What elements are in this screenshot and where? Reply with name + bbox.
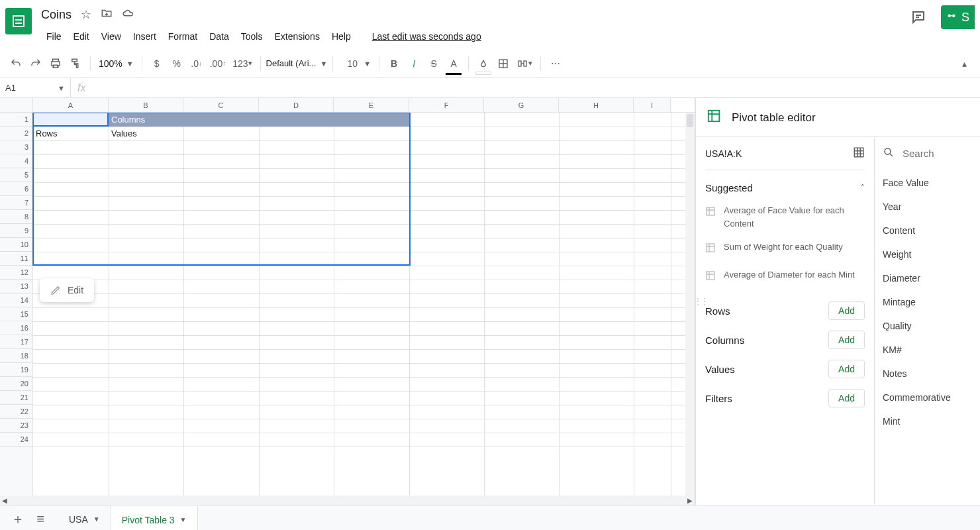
field-item[interactable]: Diameter xyxy=(883,266,972,290)
name-box[interactable]: A1▼ xyxy=(0,78,71,97)
select-all-corner[interactable] xyxy=(0,98,33,112)
bold-button[interactable]: B xyxy=(385,54,403,73)
row-header[interactable]: 19 xyxy=(0,363,32,377)
comments-icon[interactable] xyxy=(906,5,930,29)
menu-tools[interactable]: Tools xyxy=(236,28,268,44)
row-header[interactable]: 24 xyxy=(0,433,32,447)
spreadsheet-grid[interactable]: ABCDEFGHI 123456789101112131415161718192… xyxy=(0,98,695,505)
redo-button[interactable] xyxy=(26,54,45,73)
fill-color-button[interactable] xyxy=(474,54,493,73)
add-values-button[interactable]: Add xyxy=(828,360,865,378)
row-header[interactable]: 5 xyxy=(0,168,32,182)
row-header[interactable]: 1 xyxy=(0,113,32,127)
row-header[interactable]: 14 xyxy=(0,293,32,307)
menu-insert[interactable]: Insert xyxy=(128,28,162,44)
strikethrough-button[interactable]: S xyxy=(424,54,443,73)
borders-button[interactable] xyxy=(494,54,513,73)
paint-format-button[interactable] xyxy=(66,54,85,73)
row-header[interactable]: 10 xyxy=(0,238,32,252)
row-header[interactable]: 2 xyxy=(0,127,32,140)
column-header[interactable]: C xyxy=(183,98,259,112)
sidebar-drag-handle[interactable]: ⋮⋮ xyxy=(694,297,707,306)
row-header[interactable]: 12 xyxy=(0,266,32,280)
suggestion-item[interactable]: Average of Face Value for each Content xyxy=(705,199,865,235)
decrease-decimal-button[interactable]: .0↓ xyxy=(187,54,206,73)
more-toolbar-button[interactable]: ⋯ xyxy=(546,54,565,73)
horizontal-scrollbar[interactable]: ◀ ▶ xyxy=(0,496,695,505)
row-header[interactable]: 23 xyxy=(0,419,32,433)
document-title[interactable]: Coins xyxy=(41,8,72,22)
format-percent-button[interactable]: % xyxy=(168,54,186,73)
sheets-app-icon[interactable] xyxy=(5,8,32,34)
select-range-icon[interactable] xyxy=(853,146,865,160)
undo-button[interactable] xyxy=(7,54,25,73)
row-header[interactable]: 15 xyxy=(0,307,32,321)
menu-view[interactable]: View xyxy=(96,28,126,44)
vertical-scrollbar[interactable] xyxy=(685,113,695,496)
move-folder-icon[interactable] xyxy=(101,7,113,23)
row-header[interactable]: 21 xyxy=(0,391,32,405)
increase-decimal-button[interactable]: .00↑ xyxy=(207,54,228,73)
pivot-range-text[interactable]: USA!A:K xyxy=(705,148,742,159)
column-header[interactable]: H xyxy=(559,98,634,112)
font-family-dropdown[interactable]: Default (Ari...▼ xyxy=(266,58,328,68)
cloud-status-icon[interactable] xyxy=(122,7,134,23)
field-item[interactable]: Face Value xyxy=(883,171,972,195)
field-item[interactable]: Commemorative xyxy=(883,386,972,409)
row-header[interactable]: 20 xyxy=(0,377,32,391)
column-header[interactable]: B xyxy=(109,98,183,112)
field-item[interactable]: Weight xyxy=(883,242,972,266)
add-columns-button[interactable]: Add xyxy=(828,331,865,349)
field-item[interactable]: Mintage xyxy=(883,290,972,314)
merge-cells-button[interactable]: ▾ xyxy=(514,54,535,73)
collapse-toolbar-button[interactable]: ▴ xyxy=(955,54,973,73)
menu-help[interactable]: Help xyxy=(326,28,356,44)
menu-data[interactable]: Data xyxy=(204,28,234,44)
field-item[interactable]: Year xyxy=(883,195,972,219)
field-search-input[interactable] xyxy=(903,148,972,159)
column-header[interactable]: G xyxy=(484,98,559,112)
italic-button[interactable]: I xyxy=(405,54,423,73)
row-header[interactable]: 6 xyxy=(0,182,32,196)
sheet-tab-pivot[interactable]: Pivot Table 3▼ xyxy=(111,505,198,530)
font-size-dropdown[interactable]: 10▼ xyxy=(338,54,373,73)
add-rows-button[interactable]: Add xyxy=(828,301,865,320)
column-header[interactable]: D xyxy=(259,98,334,112)
row-header[interactable]: 9 xyxy=(0,224,32,238)
all-sheets-button[interactable]: ≡ xyxy=(32,511,49,527)
row-header[interactable]: 18 xyxy=(0,349,32,363)
add-sheet-button[interactable]: ＋ xyxy=(9,510,26,528)
menu-edit[interactable]: Edit xyxy=(68,28,95,44)
menu-file[interactable]: File xyxy=(41,28,67,44)
row-header[interactable]: 7 xyxy=(0,196,32,210)
suggestion-item[interactable]: Average of Diameter for each Mint xyxy=(705,263,865,291)
column-header[interactable]: E xyxy=(334,98,409,112)
row-header[interactable]: 4 xyxy=(0,154,32,168)
add-filters-button[interactable]: Add xyxy=(828,389,865,407)
field-item[interactable]: Notes xyxy=(883,362,972,386)
column-header[interactable]: I xyxy=(634,98,671,112)
row-header[interactable]: 3 xyxy=(0,140,32,154)
pivot-edit-chip[interactable]: Edit xyxy=(40,278,94,302)
suggestion-item[interactable]: Sum of Weight for each Quality xyxy=(705,235,865,263)
row-header[interactable]: 13 xyxy=(0,280,32,293)
row-header[interactable]: 17 xyxy=(0,335,32,349)
collapse-suggested-icon[interactable]: ˄ xyxy=(861,184,865,192)
menu-format[interactable]: Format xyxy=(163,28,203,44)
row-header[interactable]: 11 xyxy=(0,252,32,266)
scroll-right-icon[interactable]: ▶ xyxy=(685,497,695,504)
last-edit-link[interactable]: Last edit was seconds ago xyxy=(367,28,487,44)
field-item[interactable]: KM# xyxy=(883,338,972,362)
share-button[interactable]: S xyxy=(941,5,975,29)
row-header[interactable]: 8 xyxy=(0,210,32,224)
text-color-button[interactable]: A xyxy=(444,54,463,73)
row-header[interactable]: 16 xyxy=(0,321,32,335)
field-item[interactable]: Content xyxy=(883,219,972,242)
format-currency-button[interactable]: $ xyxy=(148,54,166,73)
zoom-dropdown[interactable]: 100%▼ xyxy=(96,58,136,69)
star-icon[interactable]: ☆ xyxy=(81,7,91,22)
scroll-left-icon[interactable]: ◀ xyxy=(0,497,9,504)
sheet-tab-usa[interactable]: USA▼ xyxy=(58,505,111,530)
column-header[interactable]: A xyxy=(33,98,109,112)
field-item[interactable]: Mint xyxy=(883,409,972,433)
